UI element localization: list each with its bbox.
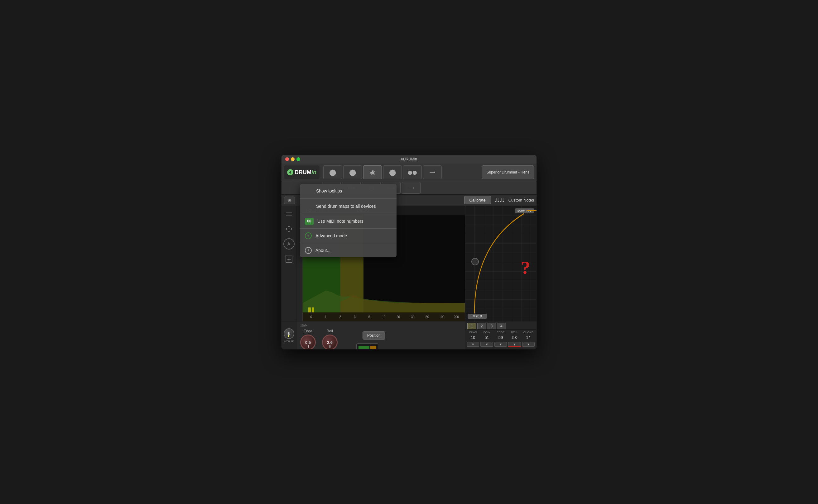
time-axis: 0 1 2 3 5 10 20 30 50 100 200 (303, 312, 465, 321)
time-0: 0 (304, 315, 319, 319)
arrows-icon[interactable] (283, 223, 295, 235)
bow-value: 51 (480, 335, 493, 340)
dropdown-menu: Show tooltips Send drum maps to all devi… (300, 184, 397, 257)
logo-text: DRUMin (295, 169, 316, 176)
curve-handle[interactable] (471, 258, 479, 265)
midi-tabs: 1 2 3 4 (465, 321, 536, 330)
edge-bell-row: Edge 0.5 Scaler Bell 2.6 Scaler (300, 329, 461, 349)
time-200: 200 (449, 315, 464, 319)
bottom-left: 8 Amount (282, 321, 297, 349)
midi-value-row: 10 51 59 53 14 (467, 335, 535, 340)
traffic-lights (285, 157, 300, 161)
amount-value: 8 (288, 332, 290, 335)
bell-value: 2.6 (327, 340, 333, 345)
edge-value: 0.5 (305, 340, 311, 345)
amount-label: Amount (284, 340, 294, 343)
menu-icon[interactable] (283, 208, 295, 220)
drum-pad-3[interactable]: ◉ (363, 165, 382, 179)
choke-down-btn[interactable]: ▼ (522, 342, 535, 347)
pad-icon-11: ⟶ (409, 186, 414, 190)
bow-arrow: ▼ (480, 341, 493, 347)
time-10: 10 (377, 315, 391, 319)
amount-knob[interactable]: 8 (284, 328, 294, 339)
tab-4[interactable]: 4 (497, 323, 506, 329)
dropdown-item-midi-numbers[interactable]: 60 Use MIDI note numbers (300, 215, 397, 228)
preset-button[interactable]: Superior Drummer - Hens (482, 165, 534, 179)
dropdown-item-about[interactable]: i About... (300, 244, 397, 257)
bell-control: Bell 2.6 Scaler (322, 329, 338, 349)
window-title: eDRUMin (401, 157, 417, 161)
custom-notes-label: Custom Notes (508, 198, 534, 202)
pad-icon-6: ⟶ (430, 170, 435, 175)
edge-knob[interactable]: 0.5 (300, 335, 316, 349)
dropdown-item-tooltips[interactable]: Show tooltips (300, 184, 397, 198)
chan-header: CHAN (467, 331, 479, 334)
yellow-markers (308, 307, 314, 312)
left-sidebar: A PDF (282, 206, 297, 321)
bell-value: 53 (508, 335, 521, 340)
bell-down-btn[interactable]: ▼ (508, 342, 521, 347)
pad-icon-1: ⬤ (329, 169, 336, 176)
titlebar: eDRUMin (282, 155, 536, 164)
edge-arrow: ▼ (494, 341, 507, 347)
calibrate-button[interactable]: Calibrate (464, 196, 491, 204)
drum-pad-11[interactable]: ⟶ (402, 182, 421, 194)
xtalk-label: xtalk (300, 323, 461, 327)
tab-3[interactable]: 3 (487, 323, 496, 329)
midi-numbers-label: Use MIDI note numbers (317, 219, 364, 224)
pad-icon-2: ⬤ (349, 169, 356, 176)
position-button[interactable]: Position (363, 331, 385, 340)
tab-1[interactable]: 1 (467, 323, 476, 329)
close-button[interactable] (285, 157, 289, 161)
right-panel: Max: 127 ? Min: 0 (465, 206, 536, 321)
fullscreen-button[interactable] (297, 157, 300, 161)
bell-zone-label: Bell (327, 329, 333, 333)
advanced-mode-icon: + (305, 232, 312, 239)
midi-badge-icon: 60 (305, 218, 314, 225)
pad-icon-5: ⬤⬤ (408, 170, 417, 175)
midi-arrow-row: ▼ ▼ ▼ ▼ ▼ (467, 341, 535, 347)
tab-2[interactable]: 2 (477, 323, 486, 329)
amount-knob-area: 8 Amount (284, 328, 294, 343)
drum-pad-5[interactable]: ⬤⬤ (403, 165, 422, 179)
bottom-section: 8 Amount xtalk Edge 0.5 Scal (282, 321, 536, 349)
a-icon[interactable]: A (283, 238, 295, 250)
divider-1 (300, 198, 397, 199)
drum-pad-6[interactable]: ⟶ (423, 165, 442, 179)
chan-value: 10 (467, 335, 479, 340)
drum-pad-1[interactable]: ⬤ (323, 165, 342, 179)
bottom-middle: xtalk Edge 0.5 Scaler Bell 2.6 (297, 321, 465, 349)
music-notes-icon: ♩♩♩♩ (493, 196, 506, 204)
time-30: 30 (406, 315, 420, 319)
chan-arrow: ▼ (467, 341, 479, 347)
pdf-icon[interactable]: PDF (283, 253, 295, 264)
time-100: 100 (435, 315, 449, 319)
svg-rect-0 (286, 212, 292, 212)
time-3: 3 (348, 315, 362, 319)
drum-maps-icon (305, 202, 312, 210)
edge-down-btn[interactable]: ▼ (494, 342, 507, 347)
control-tab-1[interactable]: al (284, 197, 295, 204)
bell-knob[interactable]: 2.6 (322, 335, 338, 349)
divider-3 (300, 228, 397, 229)
dropdown-item-drum-maps[interactable]: Send drum maps to all devices (300, 199, 397, 213)
divider-2 (300, 214, 397, 214)
chan-down-btn[interactable]: ▼ (467, 342, 479, 347)
bottom-right: 1 2 3 4 CHAN BOW (465, 321, 536, 349)
svg-rect-2 (286, 216, 292, 216)
about-icon: i (305, 247, 312, 254)
choke-value: 14 (522, 335, 535, 340)
drum-pad-4[interactable]: ⬤ (383, 165, 402, 179)
dropdown-item-advanced[interactable]: + Advanced mode (300, 229, 397, 242)
minimize-button[interactable] (291, 157, 295, 161)
midi-header-row: CHAN BOW EDGE BELL (467, 331, 535, 334)
edge-control: Edge 0.5 Scaler (300, 329, 316, 349)
time-2: 2 (333, 315, 348, 319)
edge-value: 59 (494, 335, 507, 340)
drum-pad-2[interactable]: ⬤ (343, 165, 362, 179)
top-bar: e DRUMin ⬤ ⬤ ◉ ⬤ ⬤⬤ (282, 164, 536, 181)
bow-down-btn[interactable]: ▼ (480, 342, 493, 347)
svg-text:PDF: PDF (287, 259, 292, 261)
about-label: About... (316, 248, 331, 253)
question-mark-icon: ? (521, 257, 530, 278)
